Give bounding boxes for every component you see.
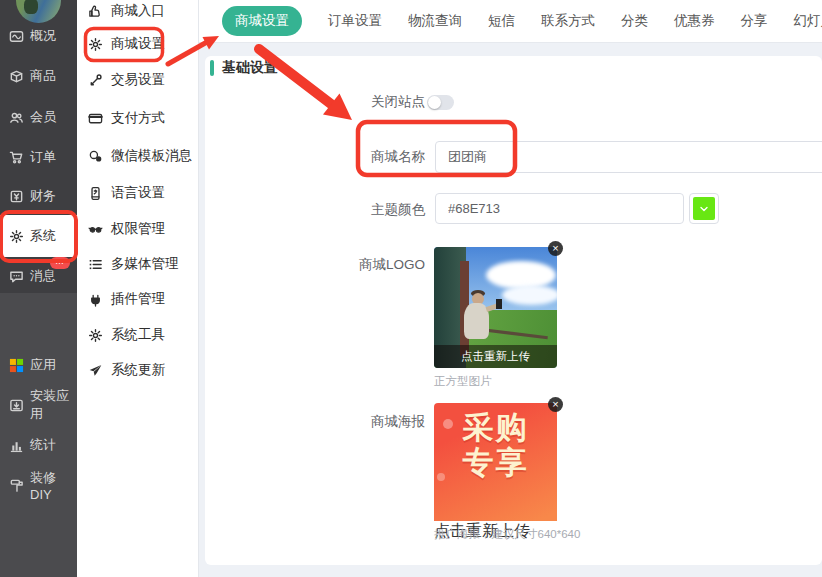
sidebar-item-apps[interactable]: 应用 (0, 352, 77, 378)
avatar[interactable] (16, 0, 61, 23)
sidebar-item-overview[interactable]: 概况 (0, 23, 77, 49)
wrench-icon (88, 73, 103, 88)
theme-color-swatch (693, 197, 715, 220)
mall-poster-upload[interactable]: 采购 专享 点击重新上传 (434, 403, 557, 542)
message-icon (9, 269, 24, 284)
submenu-item-trade-settings[interactable]: 交易设置 (77, 69, 199, 91)
poster-caption: 推广海报，建议尺寸640*640 (434, 527, 580, 542)
list-icon (88, 257, 103, 272)
sidebar-item-orders[interactable]: 订单 (0, 144, 77, 170)
theme-color-input[interactable] (435, 193, 684, 224)
tab-sms[interactable]: 短信 (488, 12, 515, 30)
remove-logo-button[interactable]: × (548, 241, 563, 256)
poster-text-line2: 专享 (434, 446, 557, 481)
wechat-icon (88, 149, 103, 164)
stats-icon (9, 438, 24, 453)
tab-contact[interactable]: 联系方式 (541, 12, 595, 30)
messages-badge: … (50, 257, 70, 269)
submenu-item-label: 商城入口 (111, 2, 165, 20)
submenu-item-system-tools[interactable]: 系统工具 (77, 324, 199, 346)
remove-poster-button[interactable]: × (548, 397, 563, 412)
thumb-up-icon (88, 4, 103, 19)
submenu-item-system-update[interactable]: 系统更新 (77, 359, 199, 381)
submenu-item-wechat-template-messages[interactable]: 微信模板消息 (77, 145, 199, 167)
sidebar-item-label: 应用 (30, 356, 56, 374)
sidebar-item-label: 会员 (30, 108, 56, 126)
settings-tab-bar: 商城设置 订单设置 物流查询 短信 联系方式 分类 优惠券 分享 幻灯片 广告 (199, 0, 822, 43)
close-site-toggle[interactable] (427, 95, 454, 110)
sidebar-item-label: 消息 (30, 267, 56, 285)
main-sidebar: 概况 商品 会员 订单 财务 系统 消息 … 应用 安装应用 统计 装修DIY (0, 0, 77, 577)
mall-name-input[interactable] (435, 141, 822, 173)
submenu-item-media-management[interactable]: 多媒体管理 (77, 253, 199, 275)
section-title: 基础设置 (222, 59, 278, 77)
gear-icon (9, 229, 24, 244)
sidebar-item-install-apps[interactable]: 安装应用 (0, 392, 77, 418)
plugin-icon (88, 292, 103, 307)
basic-settings-panel: 基础设置 关闭站点 商城名称 主题颜色 商城LOGO × 点击重新上传 正方型图… (205, 56, 822, 565)
theme-color-picker-button[interactable] (689, 193, 719, 224)
mall-name-label: 商城名称 (315, 148, 425, 166)
submenu-item-label: 语言设置 (111, 184, 165, 202)
paint-roller-icon (9, 478, 24, 493)
glasses-icon (88, 222, 103, 237)
mall-logo-upload[interactable]: 点击重新上传 (434, 247, 557, 368)
submenu-item-label: 权限管理 (111, 220, 165, 238)
sidebar-item-label: 概况 (30, 27, 56, 45)
submenu-item-permission-management[interactable]: 权限管理 (77, 218, 199, 240)
theme-color-label: 主题颜色 (315, 201, 425, 219)
tab-order-settings[interactable]: 订单设置 (328, 12, 382, 30)
finance-icon (9, 189, 24, 204)
toggle-knob (428, 96, 441, 109)
tab-logistics-query[interactable]: 物流查询 (408, 12, 462, 30)
chevron-down-icon (698, 203, 710, 215)
tab-mall-settings[interactable]: 商城设置 (222, 6, 302, 36)
sidebar-item-system[interactable]: 系统 (0, 215, 77, 257)
logo-caption: 正方型图片 (434, 374, 492, 389)
submenu-item-label: 系统工具 (111, 326, 165, 344)
sidebar-item-decorate-diy[interactable]: 装修DIY (0, 472, 77, 498)
sidebar-item-label: 商品 (30, 67, 56, 85)
submenu-item-mall-settings[interactable]: 商城设置 (77, 33, 199, 55)
sidebar-item-label: 财务 (30, 187, 56, 205)
tab-category[interactable]: 分类 (621, 12, 648, 30)
install-app-icon (9, 398, 24, 413)
sidebar-item-label: 系统 (30, 227, 56, 245)
gear-icon (88, 328, 103, 343)
submenu-item-label: 微信模板消息 (111, 147, 192, 165)
mall-poster-image: 采购 专享 (434, 403, 557, 521)
submenu-item-plugin-management[interactable]: 插件管理 (77, 288, 199, 310)
goods-icon (9, 69, 24, 84)
sidebar-item-members[interactable]: 会员 (0, 104, 77, 130)
close-site-label: 关闭站点 (315, 93, 425, 111)
sidebar-item-statistics[interactable]: 统计 (0, 432, 77, 458)
sidebar-item-finance[interactable]: 财务 (0, 183, 77, 209)
submenu-item-label: 交易设置 (111, 71, 165, 89)
orders-cart-icon (9, 150, 24, 165)
section-accent-bar (210, 60, 214, 76)
submenu-item-language-settings[interactable]: 语言设置 (77, 182, 199, 204)
sidebar-item-label: 统计 (30, 436, 56, 454)
phone-language-icon (88, 186, 103, 201)
tab-share[interactable]: 分享 (741, 12, 768, 30)
tab-slideshow[interactable]: 幻灯片 (794, 12, 822, 30)
credit-card-icon (88, 111, 103, 126)
sidebar-item-label: 订单 (30, 148, 56, 166)
overview-icon (9, 29, 24, 44)
gear-icon (88, 37, 103, 52)
sidebar-item-label: 安装应用 (30, 387, 77, 423)
paper-plane-icon (88, 363, 103, 378)
mall-poster-label: 商城海报 (315, 413, 425, 431)
submenu-item-mall-entry[interactable]: 商城入口 (77, 0, 199, 22)
reupload-overlay[interactable]: 点击重新上传 (434, 345, 557, 368)
submenu-item-label: 系统更新 (111, 361, 165, 379)
tab-coupon[interactable]: 优惠券 (674, 12, 715, 30)
poster-text-line1: 采购 (434, 411, 557, 446)
settings-submenu: 商城入口 商城设置 交易设置 支付方式 微信模板消息 语言设置 权限管理 多媒体… (77, 0, 199, 577)
submenu-item-payment-methods[interactable]: 支付方式 (77, 107, 199, 129)
sidebar-item-goods[interactable]: 商品 (0, 63, 77, 89)
submenu-item-label: 多媒体管理 (111, 255, 179, 273)
submenu-item-label: 插件管理 (111, 290, 165, 308)
submenu-item-label: 支付方式 (111, 109, 165, 127)
sidebar-item-label: 装修DIY (30, 469, 77, 502)
